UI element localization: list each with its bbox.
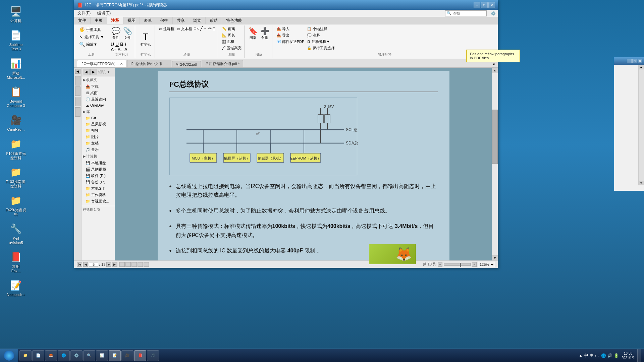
taskbar-item-excel[interactable]: 📊 (96, 350, 108, 361)
anchor-box-btn[interactable]: ▭ 注释框 (158, 26, 175, 32)
pencil-tool-btn[interactable]: ✏ (208, 26, 212, 31)
tray-arrow-down[interactable]: ↓ (598, 354, 600, 358)
view-mode-5-btn[interactable] (144, 262, 149, 267)
text-box-btn[interactable]: ▭ 文本框 (176, 26, 193, 32)
taskbar-item-sublime[interactable]: 📄 (32, 350, 44, 361)
tray-ime-mode[interactable]: 中 (590, 353, 593, 358)
doc-tab-at24c02[interactable]: AT24C02.pdf (172, 61, 201, 67)
fb-back-btn[interactable]: ◀ (83, 69, 90, 75)
scroll-down-btn[interactable]: ▼ (492, 255, 498, 260)
sidebar-expand-btn[interactable]: ◀ (75, 69, 80, 74)
taskbar-item-search[interactable]: 🔍 (83, 350, 95, 361)
page-number-input[interactable] (89, 262, 98, 267)
desktop-icon-computer[interactable]: 🖥️ 计算机 (3, 3, 29, 24)
first-page-btn[interactable]: |◀ (77, 262, 82, 267)
side-scroll-up[interactable]: ▲ (639, 65, 644, 69)
import-btn[interactable]: 📥 导入 (276, 26, 305, 32)
area-btn[interactable]: ▦ 面积 (221, 39, 242, 45)
side-scrollbar[interactable]: ▲ ▼ (638, 65, 644, 185)
taskbar-item-settings[interactable]: ⚙️ (70, 350, 83, 361)
side-panel-min[interactable]: ─ (627, 59, 632, 63)
eraser-tool-btn[interactable]: ◻ (212, 26, 216, 31)
arrow-shape-btn[interactable]: → (203, 26, 207, 31)
sidebar-nav-btn4[interactable] (75, 107, 80, 117)
perimeter-btn[interactable]: 📐 周长 (221, 33, 242, 38)
taskbar-item-foxpdf[interactable]: 📕 (134, 350, 146, 361)
fb-item-download[interactable]: 📥 下载 (82, 83, 115, 90)
tab-protect[interactable]: 保护 (156, 17, 173, 24)
desktop-icon-excel[interactable]: 📊 新建Microsoft... (3, 56, 29, 81)
taskbar-item-firefox[interactable]: 🦊 (45, 350, 57, 361)
select-tool-btn[interactable]: ↖选择工具 ▼ (78, 34, 105, 40)
rect-shape-btn[interactable]: □ (194, 26, 196, 31)
line-shape-btn[interactable]: ╱ (200, 26, 203, 31)
tab-view[interactable]: 视图 (123, 17, 140, 24)
menu-edit[interactable]: 编辑(E) (94, 10, 114, 17)
email-pdf-btn[interactable]: 📧 邮件发送PDF (276, 39, 305, 45)
taskbar-item-word[interactable]: 📝 (109, 350, 121, 361)
zoom-out-btn[interactable]: − (438, 262, 442, 267)
fb-item-backup[interactable]: 💾 备份 (F:) (82, 179, 115, 185)
sidebar-nav-btn3[interactable] (75, 97, 80, 106)
create-stamp-btn[interactable]: ➕ 创建 (260, 26, 270, 41)
start-button[interactable] (0, 349, 18, 362)
fb-item-pictures[interactable]: 📁 图片 (82, 134, 115, 140)
prev-page-btn[interactable]: ◀ (83, 262, 88, 267)
desktop-icon-foxpdf[interactable]: 📕 常用Fox... (3, 249, 29, 275)
view-mode-1-btn[interactable] (119, 262, 125, 267)
taskbar-item-goldwave[interactable]: 🎵 (147, 350, 159, 361)
tray-battery-icon[interactable]: 🔋 (614, 353, 619, 358)
desktop-icon-f103-guide[interactable]: 📁 F103指南者·盘资料 (3, 164, 29, 190)
tab-comments[interactable]: 注释 (107, 17, 123, 24)
tab-home[interactable]: 主页 (91, 17, 107, 24)
note-btn[interactable]: 💬 备注 (111, 26, 121, 41)
distance-btn[interactable]: 📏 距离 (221, 26, 242, 32)
circle-shape-btn[interactable]: ○ (197, 26, 199, 31)
comment-btn[interactable]: 💬 注释 (306, 33, 335, 38)
font-down-btn[interactable]: A↓ (117, 47, 123, 52)
tray-ime-icon[interactable]: 中 (584, 353, 588, 359)
stamp-btn[interactable]: 🔖 图章 (248, 26, 258, 41)
maximize-button[interactable]: □ (481, 2, 488, 8)
zoom-tool-btn[interactable]: 🔍缩放▼ (78, 41, 105, 48)
tab-file[interactable]: 文件 (74, 17, 91, 24)
comment-popup-btn[interactable]: 🗒 注释弹框▼ (306, 39, 335, 45)
doc-tab-i2c-protocol[interactable]: i2c总线协议(中文版..... (127, 60, 171, 67)
desktop-icon-camrec[interactable]: 🎥 CamRec... (3, 112, 29, 133)
desktop-icon-f103-red[interactable]: 📁 F103番直光盘资料 (3, 136, 29, 162)
hand-tool-btn[interactable]: 🖐手型工具 (78, 26, 105, 33)
region-highlight-btn[interactable]: 🖍 区域高亮 (221, 45, 242, 51)
fb-forward-btn[interactable]: ▶ (90, 69, 97, 75)
taskbar-item-explorer[interactable]: 📁 (19, 350, 32, 361)
scroll-thumb[interactable] (492, 110, 498, 164)
tab-form[interactable]: 表单 (140, 17, 156, 24)
tab-help[interactable]: 帮助 (206, 17, 222, 24)
export-btn[interactable]: 📤 导出 (276, 33, 305, 38)
taskbar-item-chrome[interactable]: 🌐 (58, 350, 70, 361)
doc-tab-i2c-eeprom[interactable]: I2C一读写EEPROM(.... ✕ (77, 60, 126, 67)
fb-item-local-disk[interactable]: 💾 本地磁盘 (82, 160, 115, 166)
pdf-view-area[interactable]: I²C总线协议 2-15V (115, 68, 492, 260)
underline-btn[interactable]: U (111, 42, 114, 47)
fb-item-recent[interactable]: 🕐 最近访问 (82, 96, 115, 103)
font-up-btn[interactable]: A↑ (111, 47, 116, 52)
tab-close-i2c[interactable]: ✕ (120, 62, 123, 66)
last-page-btn[interactable]: ▶| (112, 262, 117, 267)
fb-item-desktop[interactable]: 🖥 桌面 (82, 90, 115, 96)
tray-arrow-up[interactable]: ↑ (595, 354, 597, 358)
menu-file[interactable]: 文件(F) (74, 10, 94, 17)
zoom-select[interactable]: 125% 100% 75% (478, 262, 495, 267)
fb-item-docs[interactable]: 📁 文档 (82, 140, 115, 146)
italic-btn[interactable]: I (125, 42, 126, 47)
fb-item-git[interactable]: 📁 Git (82, 115, 115, 121)
view-mode-3-btn[interactable] (131, 262, 137, 267)
fb-item-movies[interactable]: 📁 星风影视 (82, 121, 115, 127)
color-btn[interactable]: A (124, 47, 127, 52)
file-annotation-btn[interactable]: 📎 文件 (122, 26, 133, 41)
fb-item-music[interactable]: 🎵 音乐 (82, 146, 115, 153)
desktop-icon-sublime[interactable]: 📄 SublimeText 3 (3, 27, 29, 53)
fb-item-video[interactable]: 📁 视频 (82, 127, 115, 134)
tray-expand-btn[interactable]: ▲ (579, 354, 582, 357)
typewriter-btn[interactable]: T 打字机 (139, 26, 153, 52)
menu-settings-icon[interactable]: ⚙️ (489, 10, 498, 16)
